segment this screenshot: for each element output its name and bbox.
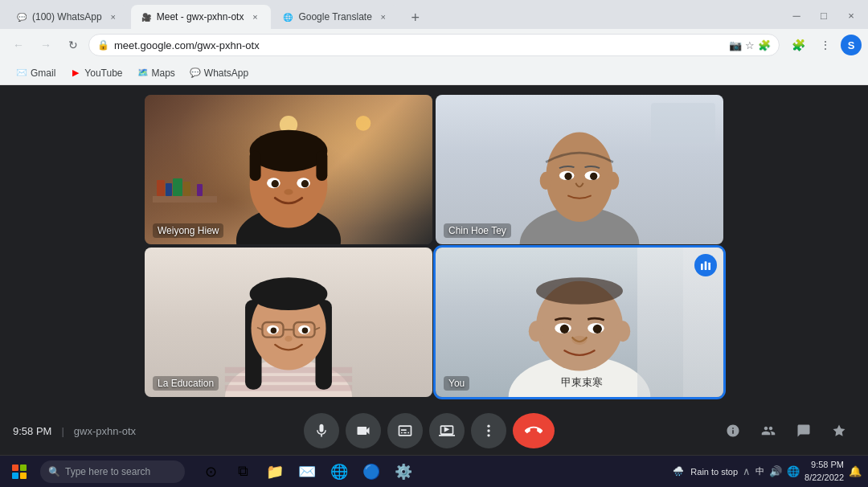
people-button[interactable] [752,415,784,447]
tab-translate-label: Google Translate [298,11,371,23]
bookmark-gmail[interactable]: ✉️ Gmail [10,65,62,81]
captions-button[interactable] [387,413,423,448]
reload-button[interactable]: ↻ [61,33,85,57]
tab-translate[interactable]: 🌐 Google Translate × [272,5,399,29]
tab-whatsapp[interactable]: 💬 (100) WhatsApp × [6,5,129,29]
name-label-chin: Chin Hoe Tey [444,223,511,238]
restore-button[interactable]: □ [813,5,834,26]
weather-widget[interactable]: 🌧️ Rain to stop [673,466,738,477]
more-options-button[interactable] [471,413,506,448]
clock-date: 8/22/2022 [805,472,844,484]
taskbar-app-taskview[interactable]: ⧉ [228,457,257,486]
svg-point-65 [487,434,489,436]
tab-meet-label: Meet - gwx-pxhn-otx [157,11,244,23]
video-tile-weiyong: Weiyong Hiew [145,95,432,244]
tab-translate-close[interactable]: × [377,10,390,23]
taskbar-app-settings[interactable]: ⚙️ [389,457,418,486]
taskbar-app-edge[interactable]: 🌐 [325,457,354,486]
start-button[interactable] [6,459,32,485]
bookmark-gmail-label: Gmail [31,68,55,79]
taskbar-app-mail[interactable]: ✉️ [293,457,321,486]
svg-point-64 [487,429,489,432]
wall-detail-chin [651,103,715,143]
bookmark-maps[interactable]: 🗺️ Maps [131,65,182,81]
extensions-button[interactable]: 🧩 [786,33,810,57]
svg-rect-6 [250,151,261,181]
tab-whatsapp-close[interactable]: × [107,10,120,23]
close-button[interactable]: × [841,5,862,26]
system-clock[interactable]: 9:58 PM 8/22/2022 [805,459,844,484]
taskbar-app-google[interactable]: 🔵 [357,457,386,486]
svg-point-12 [284,189,293,194]
tab-meet-close[interactable]: × [248,10,261,23]
lock-icon: 🔒 [97,39,109,51]
address-bar[interactable]: 🔒 meet.google.com/gwx-pxhn-otx 📷 ☆ 🧩 [88,34,780,56]
minimize-button[interactable]: ─ [786,5,807,26]
menu-button[interactable]: ⋮ [813,33,837,57]
present-button[interactable] [429,413,465,448]
svg-point-45 [302,328,308,334]
camera-button[interactable] [346,413,381,448]
video-grid: Weiyong Hiew [0,85,868,407]
activities-button[interactable] [823,415,855,447]
new-tab-button[interactable]: + [404,6,427,29]
meet-controls [141,413,717,448]
gmail-icon: ✉️ [16,68,27,79]
weather-icon: 🌧️ [673,466,684,477]
meeting-info-button[interactable] [717,415,749,447]
mic-button[interactable] [304,413,339,448]
nav-right: 🧩 ⋮ S [786,33,862,57]
search-icon: 🔍 [48,466,60,477]
whatsapp-favicon: 💬 [16,11,27,23]
bookmark-youtube[interactable]: ▶ YouTube [63,65,129,81]
video-bg-you: 甲東束寒 [436,248,723,397]
svg-point-21 [546,133,613,223]
translate-favicon: 🌐 [282,11,293,23]
end-call-button[interactable] [513,413,555,448]
svg-point-46 [285,336,292,342]
svg-point-44 [271,328,276,334]
tab-bar: 💬 (100) WhatsApp × 🎥 Meet - gwx-pxhn-otx… [0,0,868,29]
svg-rect-59 [701,264,703,270]
taskbar-search[interactable]: 🔍 Type here to search [40,460,185,483]
forward-button[interactable]: → [34,33,58,57]
bookmark-whatsapp[interactable]: 💬 WhatsApp [183,65,255,81]
bookmark-youtube-label: YouTube [84,68,122,79]
svg-rect-30 [225,376,352,382]
svg-point-27 [590,173,597,180]
taskbar-pinned-apps: ⊙ ⧉ 📁 ✉️ 🌐 🔵 ⚙️ [196,457,418,486]
svg-rect-17 [183,182,190,196]
windows-logo [12,464,27,479]
chevron-up-icon[interactable]: ∧ [743,465,751,477]
svg-point-36 [250,277,328,310]
network-icon[interactable]: 🌐 [787,465,800,477]
language-icon[interactable]: 中 [755,465,764,477]
extension-icon[interactable]: 🧩 [758,39,771,51]
svg-point-56 [560,325,569,334]
address-right-icons: 📷 ☆ 🧩 [729,39,771,51]
name-label-la: La Education [153,376,219,391]
svg-rect-61 [708,263,710,270]
tab-meet[interactable]: 🎥 Meet - gwx-pxhn-otx × [131,5,272,29]
cast-icon[interactable]: 📷 [729,39,742,51]
profile-button[interactable]: S [841,35,862,55]
weather-text: Rain to stop [690,467,738,477]
video-bg-weiyong [145,95,432,244]
svg-text:甲東束寒: 甲東束寒 [561,376,603,388]
taskbar-app-explorer[interactable]: 📁 [260,457,289,486]
back-button[interactable]: ← [6,33,31,57]
notification-icon[interactable]: 🔔 [849,465,862,477]
volume-icon[interactable]: 🔊 [769,465,782,477]
svg-point-51 [536,277,623,304]
svg-rect-60 [705,261,707,270]
bookmarks-bar: ✉️ Gmail ▶ YouTube 🗺️ Maps 💬 WhatsApp [0,61,868,85]
svg-point-26 [564,173,571,180]
taskbar-system-tray: 🌧️ Rain to stop ∧ 中 🔊 🌐 9:58 PM 8/22/202… [673,459,862,484]
taskbar-app-cortana[interactable]: ⊙ [196,457,225,486]
chat-button[interactable] [788,415,820,447]
meet-favicon: 🎥 [141,11,152,23]
svg-rect-31 [225,385,352,391]
bookmark-icon[interactable]: ☆ [745,39,755,51]
tab-whatsapp-label: (100) WhatsApp [32,11,102,23]
meet-info-left: 9:58 PM | gwx-pxhn-otx [13,425,141,437]
